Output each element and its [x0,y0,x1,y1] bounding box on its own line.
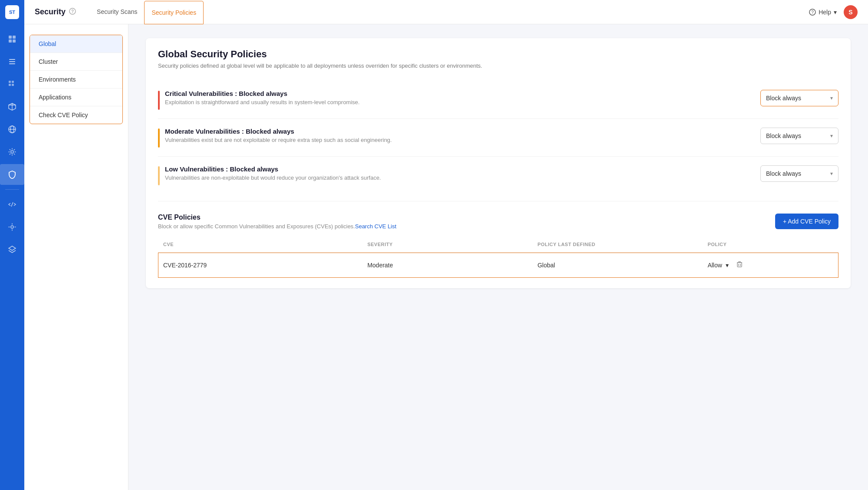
svg-rect-8 [12,81,14,83]
chevron-down-icon-3: ▾ [830,171,833,177]
nav-icon-apps[interactable] [0,74,24,95]
add-cve-button[interactable]: + Add CVE Policy [775,214,838,229]
page-subtitle: Security policies defined at global leve… [158,62,838,69]
delete-cve-icon[interactable] [734,259,745,272]
policy-dropdown-moderate-value: Block always [766,132,801,139]
sidebar-item-cluster[interactable]: Cluster [30,53,122,71]
nav-icon-cube[interactable] [0,96,24,117]
vuln-title-moderate: Moderate Vulnerabilities : Blocked alway… [165,128,760,135]
sidebar-item-check-cve-policy[interactable]: Check CVE Policy [30,106,122,124]
search-cve-link[interactable]: Search CVE List [355,223,396,230]
vuln-info-low: Low Vulnerabilities : Blocked always Vul… [165,165,760,181]
top-header: Security ? Security Scans Security Polic… [24,0,868,24]
vuln-desc-moderate: Vulnerabilities exist but are not exploi… [165,137,760,143]
cve-desc: Block or allow specific Common Vulnerabi… [158,223,396,230]
policy-dropdown-critical[interactable]: Block always ▾ [760,90,838,106]
sidebar-item-global[interactable]: Global [30,35,122,53]
vuln-indicator-critical [158,91,160,110]
sidebar-item-applications[interactable]: Applications [30,89,122,106]
cve-policy-defined-cell: Global [532,253,702,278]
user-avatar[interactable]: S [844,5,858,19]
svg-rect-1 [13,36,16,39]
cve-header-left: CVE Policies Block or allow specific Com… [158,214,396,230]
policy-dropdown-critical-value: Block always [766,95,801,102]
svg-rect-0 [9,36,12,39]
vulnerability-section-critical: Critical Vulnerabilities : Blocked alway… [158,81,838,119]
main-area: Security ? Security Scans Security Polic… [24,0,868,490]
sidebar-nav: Global Cluster Environments Applications… [30,35,123,124]
vuln-left-low: Low Vulnerabilities : Blocked always Vul… [158,165,760,185]
vuln-indicator-low [158,166,160,185]
help-button[interactable]: ? Help ▾ [809,9,837,16]
svg-rect-9 [9,84,11,86]
help-chevron-icon: ▾ [834,9,837,16]
vuln-left-moderate: Moderate Vulnerabilities : Blocked alway… [158,128,760,148]
svg-rect-4 [9,59,15,60]
vulnerability-section-moderate: Moderate Vulnerabilities : Blocked alway… [158,119,838,157]
svg-line-18 [11,202,13,207]
cve-table-header: CVE Severity Policy Last Defined Policy [158,238,838,253]
sidebar-item-environments[interactable]: Environments [30,71,122,89]
svg-rect-5 [9,61,15,62]
vuln-desc-critical: Exploitation is straightforward and usua… [165,99,760,105]
col-policy-last-defined: Policy Last Defined [532,238,702,253]
nav-icon-settings2[interactable] [0,217,24,237]
svg-rect-2 [9,39,12,43]
vuln-left-critical: Critical Vulnerabilities : Blocked alway… [158,90,760,110]
vuln-info-moderate: Moderate Vulnerabilities : Blocked alway… [165,128,760,143]
sidebar: Global Cluster Environments Applications… [24,24,128,490]
table-row: CVE-2016-2779 Moderate Global Allow ▾ [158,253,838,278]
vuln-title-critical: Critical Vulnerabilities : Blocked alway… [165,90,760,97]
chevron-down-icon-2: ▾ [830,133,833,139]
cve-id-cell: CVE-2016-2779 [158,253,362,278]
vuln-indicator-moderate [158,128,160,148]
nav-icon-gear[interactable] [0,141,24,162]
policy-select-inline: Allow ▾ [707,259,833,272]
tab-nav: Security Scans Security Policies [90,0,204,24]
app-logo: ST [0,0,24,24]
policy-value: Allow [707,262,722,269]
page-title: Global Security Policies [158,49,838,60]
policy-chevron-icon: ▾ [726,262,729,269]
vulnerability-section-low: Low Vulnerabilities : Blocked always Vul… [158,157,838,194]
svg-rect-25 [737,263,742,267]
logo-box: ST [5,5,19,19]
col-severity: Severity [362,238,532,253]
col-policy: Policy [702,238,838,253]
nav-icon-dashboard[interactable] [0,29,24,49]
content-area: Global Cluster Environments Applications… [24,24,868,490]
chevron-down-icon: ▾ [830,95,833,101]
vuln-title-low: Low Vulnerabilities : Blocked always [165,165,760,173]
app-info-icon[interactable]: ? [69,8,76,16]
tab-security-scans[interactable]: Security Scans [90,0,144,24]
cve-table-body: CVE-2016-2779 Moderate Global Allow ▾ [158,253,838,278]
tab-security-policies[interactable]: Security Policies [144,1,204,24]
svg-rect-6 [9,63,15,64]
header-title: Security ? [35,7,76,16]
svg-text:?: ? [811,10,814,15]
nav-icon-globe[interactable] [0,119,24,140]
nav-icon-shield[interactable] [0,164,24,185]
cve-severity-cell: Moderate [362,253,532,278]
policy-dropdown-low-value: Block always [766,170,801,177]
policy-dropdown-moderate[interactable]: Block always ▾ [760,128,838,144]
vuln-desc-low: Vulnerabilities are non-exploitable but … [165,174,760,181]
policy-dropdown-low[interactable]: Block always ▾ [760,165,838,182]
svg-rect-3 [13,39,16,43]
cve-header: CVE Policies Block or allow specific Com… [158,214,838,230]
svg-text:?: ? [71,9,74,14]
svg-point-17 [11,151,13,153]
cve-table: CVE Severity Policy Last Defined Policy … [158,238,838,278]
help-label: Help [819,9,831,16]
policy-card: Global Security Policies Security polici… [146,38,851,288]
nav-icon-list[interactable] [0,51,24,72]
policy-select-dropdown[interactable]: Allow ▾ [707,262,728,269]
nav-divider [5,189,19,190]
header-right: ? Help ▾ S [809,5,858,19]
nav-icon-layers[interactable] [0,239,24,260]
cve-title: CVE Policies [158,214,396,221]
cve-section: CVE Policies Block or allow specific Com… [158,214,838,278]
app-name: Security [35,7,66,16]
nav-icon-code[interactable] [0,194,24,215]
col-cve: CVE [158,238,362,253]
